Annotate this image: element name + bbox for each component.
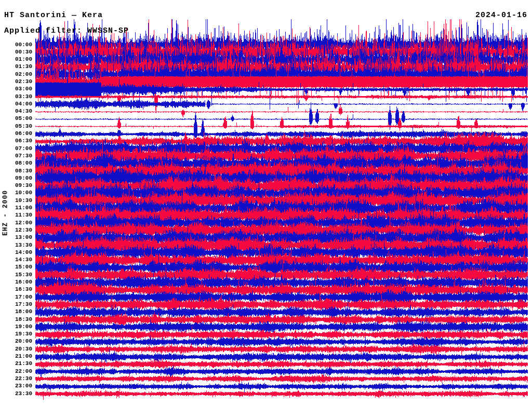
time-label: 03:00	[11, 86, 32, 92]
time-label: 17:00	[11, 294, 32, 300]
time-label: 09:00	[11, 175, 32, 181]
time-label: 10:00	[11, 190, 32, 196]
time-label: 07:30	[11, 153, 32, 159]
filter-label: Applied filter: WWSSN-SP	[4, 26, 129, 35]
time-label: 20:30	[11, 346, 32, 352]
time-label: 02:30	[11, 78, 32, 85]
seismogram-plot	[0, 0, 532, 405]
time-label: 19:00	[11, 323, 32, 330]
time-label: 21:00	[11, 353, 32, 359]
time-label: 16:00	[11, 279, 32, 285]
time-label: 22:00	[11, 368, 32, 374]
time-label: 15:00	[11, 264, 32, 270]
time-label: 13:00	[11, 234, 32, 240]
time-label: 20:00	[11, 338, 32, 344]
time-label: 18:00	[11, 308, 32, 315]
date-label: 2024-01-16	[475, 11, 527, 20]
time-label: 23:00	[11, 383, 32, 389]
time-label: 13:30	[11, 242, 32, 248]
time-label: 19:30	[11, 331, 32, 337]
time-label: 09:30	[11, 182, 32, 188]
time-label: 11:00	[11, 205, 32, 211]
time-label: 06:00	[11, 130, 32, 137]
time-label: 03:30	[11, 93, 32, 100]
time-label: 12:00	[11, 220, 32, 226]
time-label: 15:30	[11, 272, 32, 278]
time-label: 16:30	[11, 286, 32, 292]
time-label: 01:00	[11, 56, 32, 62]
time-label: 14:00	[11, 249, 32, 255]
time-label: 04:00	[11, 101, 32, 107]
time-label: 21:30	[11, 360, 32, 367]
time-label: 08:00	[11, 160, 32, 166]
time-label: 23:30	[11, 390, 32, 397]
time-label: 05:30	[11, 123, 32, 129]
time-label: 18:30	[11, 316, 32, 322]
channel-axis-label: EHZ - 2000	[2, 190, 9, 236]
time-label: 04:30	[11, 108, 32, 114]
time-label: 14:30	[11, 256, 32, 263]
time-label: 00:00	[11, 42, 32, 48]
time-label: 05:00	[11, 115, 32, 122]
time-label: 10:30	[11, 197, 32, 204]
helicorder-page: { "header": { "station_title": "HT Santo…	[0, 0, 532, 405]
time-label: 02:00	[11, 71, 32, 77]
time-label: 17:30	[11, 301, 32, 307]
time-label: 22:30	[11, 375, 32, 382]
time-label: 07:00	[11, 145, 32, 152]
time-label: 06:30	[11, 138, 32, 144]
station-title: HT Santorini — Kera	[4, 11, 103, 20]
time-label: 08:30	[11, 168, 32, 174]
time-label: 01:30	[11, 63, 32, 70]
time-label: 11:30	[11, 212, 32, 218]
time-label: 00:30	[11, 49, 32, 55]
time-label: 12:30	[11, 227, 32, 233]
